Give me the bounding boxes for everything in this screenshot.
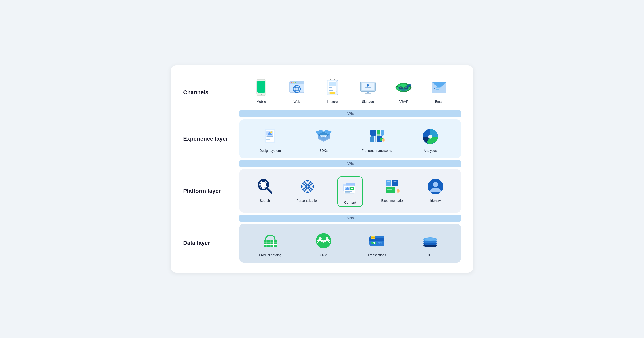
api-bar-1: APIs bbox=[240, 110, 461, 117]
svg-point-35 bbox=[400, 87, 401, 88]
frontend-frameworks-label: Frontend frameworks bbox=[362, 149, 392, 153]
sdks-label: SDKs bbox=[320, 149, 328, 153]
api-bar-3: APIs bbox=[240, 215, 461, 222]
experience-content: Design system bbox=[240, 119, 461, 158]
search-icon bbox=[255, 176, 275, 196]
svg-point-7 bbox=[293, 82, 294, 83]
instore-icon bbox=[322, 78, 342, 98]
architecture-diagram: Channels Mobile bbox=[171, 66, 473, 272]
arvr-label: AR/VR bbox=[399, 100, 408, 104]
sdks-icon: </> bbox=[314, 126, 334, 147]
channel-web: Web bbox=[281, 78, 313, 104]
frontend-frameworks-icon bbox=[367, 126, 387, 147]
data-product-catalog: Product catalog bbox=[254, 231, 286, 257]
experimentation-icon bbox=[383, 176, 403, 196]
svg-point-84 bbox=[433, 182, 438, 187]
svg-rect-56 bbox=[381, 130, 384, 136]
svg-rect-47 bbox=[266, 138, 272, 138]
svg-rect-82 bbox=[387, 189, 392, 190]
svg-line-64 bbox=[267, 188, 272, 193]
data-content: Product catalog bbox=[240, 224, 461, 262]
svg-rect-26 bbox=[365, 87, 371, 88]
data-label: Data layer bbox=[183, 240, 240, 246]
experience-row: Experience layer bbox=[183, 119, 461, 158]
svg-point-61 bbox=[428, 134, 432, 138]
svg-point-8 bbox=[295, 82, 296, 83]
svg-rect-50 bbox=[370, 130, 376, 136]
arvr-icon bbox=[394, 78, 414, 98]
platform-experimentation: Experimentation bbox=[377, 176, 409, 202]
svg-rect-18 bbox=[329, 88, 334, 89]
platform-personalization: Personalization bbox=[292, 176, 324, 202]
design-system-icon bbox=[260, 126, 280, 147]
channel-mobile: Mobile bbox=[245, 78, 277, 104]
content-label: Content bbox=[344, 201, 356, 204]
channel-email: Email bbox=[423, 78, 455, 104]
analytics-icon bbox=[420, 126, 440, 147]
personalization-icon bbox=[298, 176, 318, 196]
content-icon bbox=[340, 179, 360, 199]
experience-design-system: Design system bbox=[254, 126, 286, 153]
product-catalog-label: Product catalog bbox=[259, 253, 281, 257]
svg-rect-75 bbox=[386, 180, 392, 186]
design-system-label: Design system bbox=[260, 149, 281, 153]
svg-point-63 bbox=[260, 182, 267, 188]
data-crm: CRM bbox=[308, 231, 340, 257]
platform-content: Content bbox=[334, 176, 366, 207]
web-icon bbox=[287, 78, 307, 98]
channel-signage: Signage bbox=[352, 78, 384, 104]
svg-rect-17 bbox=[329, 87, 332, 88]
svg-rect-28 bbox=[367, 91, 369, 93]
instore-label: In-store bbox=[327, 100, 338, 104]
svg-point-92 bbox=[319, 237, 322, 240]
api-bar-3-wrapper: APIs bbox=[240, 214, 461, 223]
svg-rect-52 bbox=[377, 134, 380, 136]
data-row: Data layer bbox=[183, 224, 461, 262]
cdp-label: CDP bbox=[427, 253, 434, 257]
svg-point-99 bbox=[378, 242, 380, 244]
platform-content: Search bbox=[240, 169, 461, 213]
mobile-label: Mobile bbox=[256, 100, 266, 104]
experience-sdks: </> SDKs bbox=[308, 126, 340, 153]
transactions-label: Transactions bbox=[368, 253, 386, 257]
svg-rect-76 bbox=[392, 180, 398, 186]
identity-label: Identity bbox=[430, 199, 441, 202]
experimentation-label: Experimentation bbox=[381, 199, 404, 202]
api-bar-2: APIs bbox=[240, 160, 461, 167]
svg-point-25 bbox=[367, 84, 369, 86]
platform-search: Search bbox=[249, 176, 281, 202]
channels-row: Channels Mobile bbox=[183, 76, 461, 109]
svg-rect-46 bbox=[266, 136, 273, 137]
platform-identity: Identity bbox=[420, 176, 452, 202]
api-bar-1-wrapper: APIs bbox=[240, 109, 461, 118]
svg-rect-53 bbox=[370, 136, 374, 142]
svg-rect-81 bbox=[394, 182, 397, 182]
personalization-label: Personalization bbox=[296, 199, 318, 202]
channels-content: Mobile bbox=[240, 76, 461, 109]
web-label: Web bbox=[294, 100, 300, 104]
email-icon bbox=[429, 78, 449, 98]
svg-rect-80 bbox=[387, 182, 390, 182]
mobile-icon bbox=[251, 78, 271, 98]
search-label: Search bbox=[260, 199, 270, 202]
svg-point-107 bbox=[425, 238, 436, 240]
analytics-label: Analytics bbox=[424, 149, 436, 153]
svg-rect-48 bbox=[266, 139, 270, 140]
svg-rect-29 bbox=[365, 93, 371, 94]
svg-rect-77 bbox=[386, 187, 395, 193]
experience-analytics: Analytics bbox=[414, 126, 446, 153]
svg-point-100 bbox=[380, 242, 382, 244]
svg-rect-51 bbox=[377, 130, 380, 134]
signage-label: Signage bbox=[362, 100, 374, 104]
svg-point-102 bbox=[373, 242, 375, 244]
identity-icon bbox=[426, 176, 446, 196]
svg-point-36 bbox=[405, 87, 406, 88]
transactions-icon bbox=[367, 231, 387, 251]
svg-rect-19 bbox=[329, 90, 333, 91]
platform-row: Platform layer Search bbox=[183, 169, 461, 213]
channel-instore: In-store bbox=[316, 78, 348, 104]
crm-icon bbox=[314, 231, 334, 251]
svg-rect-40 bbox=[434, 88, 435, 89]
svg-rect-20 bbox=[330, 92, 336, 94]
svg-point-45 bbox=[270, 132, 272, 134]
